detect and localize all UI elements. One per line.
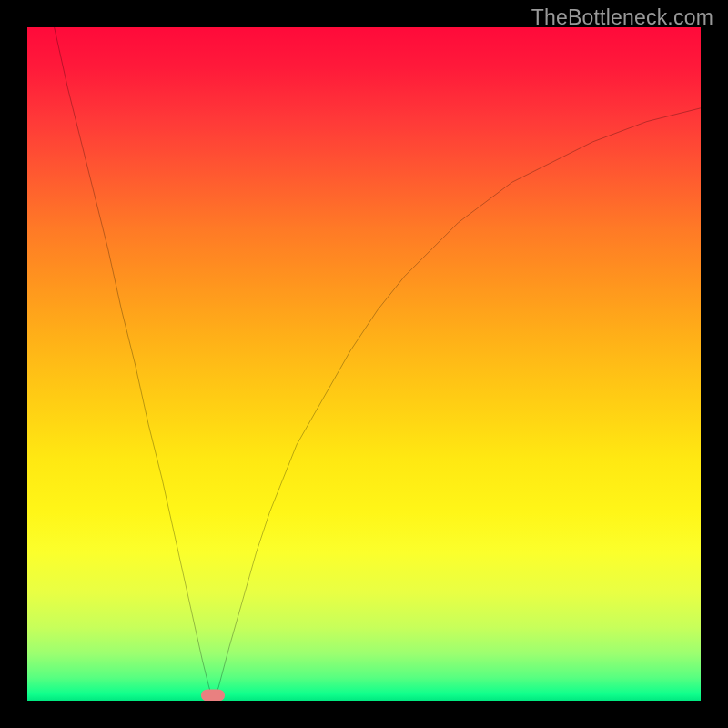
watermark-label: TheBottleneck.com [531, 5, 713, 30]
chart-frame: TheBottleneck.com [0, 0, 728, 728]
bottleneck-curve [27, 27, 701, 701]
plot-area [27, 27, 701, 701]
optimal-point-marker [201, 690, 225, 701]
